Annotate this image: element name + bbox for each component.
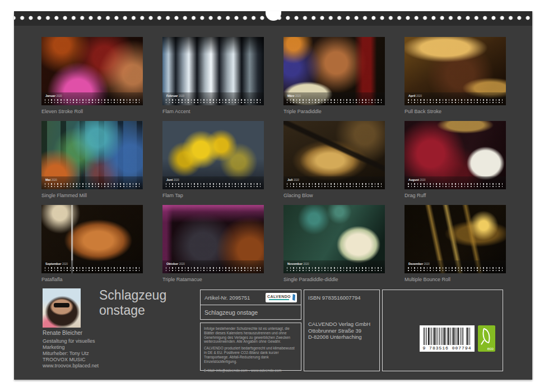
month-photo: Mai 2020 — [41, 121, 143, 189]
mini-calendar-month: März 2020 — [283, 92, 385, 98]
barcode-digits: 9 783516 007794 — [420, 346, 475, 351]
month-caption: Drag Ruff — [404, 193, 506, 198]
hanger-hole — [266, 11, 281, 21]
month-photo: Juni 2020 — [162, 121, 264, 189]
month-caption: Pataflafla — [41, 277, 143, 282]
mini-calendar-month: Januar 2020 — [41, 92, 143, 98]
month-caption: Flam Tap — [162, 193, 264, 198]
calvendo-tagline-bar — [269, 299, 289, 301]
contact-line: E-Mail: info@calvendo.com • www.calvendo… — [204, 368, 297, 373]
article-number: Artikel-Nr. 2095751 — [204, 295, 250, 301]
month-caption: Single Paradiddle-diddle — [283, 277, 385, 282]
calendar-back-cover: Januar 2020 Eleven Stroke Roll Februar 2… — [14, 11, 532, 380]
publisher-address: CALVENDO Verlag GmbHOttobrunner Straße 3… — [308, 321, 375, 340]
month-photo: September 2020 — [41, 205, 143, 273]
month-cell: Mai 2020 Single Flammed Mill — [41, 121, 143, 205]
isbn-text: ISBN 9783516007794 — [308, 295, 375, 301]
mini-calendar-days — [287, 186, 382, 188]
mini-calendar-days — [408, 270, 503, 272]
mini-calendar-days — [408, 99, 503, 101]
month-caption: Eleven Stroke Roll — [41, 109, 143, 114]
mini-calendar-month: Dezember 2020 — [404, 260, 506, 266]
mini-calendar-strip: Februar 2020 — [162, 92, 264, 105]
month-caption: Flam Accent — [162, 109, 264, 114]
mini-calendar-days — [166, 183, 261, 185]
month-photo: Oktober 2020 — [162, 205, 264, 273]
author-detail-line: TROOVOX MUSIC — [43, 357, 106, 363]
publisher-line: Ottobrunner Straße 39 — [308, 328, 375, 334]
month-cell: Februar 2020 Flam Accent — [162, 37, 264, 121]
month-cell: Juni 2020 Flam Tap — [162, 121, 264, 205]
calvendo-logo: CALVENDO — [266, 293, 297, 302]
isbn-box: ISBN 9783516007794 CALVENDO Verlag GmbHO… — [304, 290, 380, 371]
mini-calendar-month: August 2020 — [404, 176, 506, 182]
author-details: Gestaltung für visuelles MarketingMiturh… — [43, 338, 106, 369]
month-photo: März 2020 — [283, 37, 385, 105]
mini-calendar-month: Mai 2020 — [41, 176, 143, 182]
author-name: Renate Bleicher — [43, 330, 82, 336]
month-cell: Dezember 2020 Multiple Bounce Roll — [404, 205, 506, 289]
spiral-binding — [14, 11, 532, 26]
mini-calendar-days — [45, 270, 140, 272]
barcode-box: 9 783516 007794 eco — [382, 290, 503, 371]
mini-calendar-strip: August 2020 — [404, 176, 506, 189]
month-caption: Multiple Bounce Roll — [404, 277, 506, 282]
month-photo: November 2020 — [283, 205, 385, 273]
mini-calendar-month: Juli 2020 — [283, 176, 385, 182]
month-photo: Juli 2020 — [283, 121, 385, 189]
mini-calendar-days — [287, 267, 382, 269]
month-cell: Januar 2020 Eleven Stroke Roll — [41, 37, 143, 121]
mini-calendar-strip: März 2020 — [283, 92, 385, 105]
mini-calendar-days — [408, 267, 503, 269]
mini-calendar-days — [408, 186, 503, 188]
mini-calendar-days — [408, 183, 503, 185]
mini-calendar-days — [287, 99, 382, 101]
calendar-title: Schlagzeug onstage — [99, 288, 183, 318]
mini-calendar-days — [166, 270, 261, 272]
sunglasses-icon — [54, 303, 69, 307]
mini-calendar-days — [166, 186, 261, 188]
ean-barcode: 9 783516 007794 — [420, 325, 475, 352]
legal-box: Infolge bestehender Schutzrechte ist es … — [200, 323, 301, 371]
publisher-line: CALVENDO Verlag GmbH — [308, 321, 375, 328]
mini-calendar-days — [45, 183, 140, 185]
mini-calendar-days — [45, 186, 140, 188]
mini-calendar-days — [408, 102, 503, 104]
mini-calendar-strip: Juli 2020 — [283, 176, 385, 189]
mini-calendar-strip: April 2020 — [404, 92, 506, 105]
month-caption: Triple Ratamacue — [162, 277, 264, 282]
mini-calendar-days — [287, 270, 382, 272]
month-photo: Januar 2020 — [41, 37, 143, 105]
mini-calendar-days — [45, 99, 140, 101]
article-number-row: Artikel-Nr. 2095751 CALVENDO — [201, 290, 301, 305]
month-cell: Oktober 2020 Triple Ratamacue — [162, 205, 264, 289]
calvendo-page-icon — [292, 294, 295, 301]
author-photo — [43, 288, 81, 328]
mini-calendar-month: September 2020 — [41, 260, 143, 266]
author-detail-line: Gestaltung für visuelles Marketing — [43, 338, 106, 351]
mini-calendar-days — [45, 102, 140, 104]
mini-calendar-days — [287, 102, 382, 104]
mini-calendar-strip: Januar 2020 — [41, 92, 143, 105]
month-cell: September 2020 Pataflafla — [41, 205, 143, 289]
mini-calendar-days — [166, 267, 261, 269]
mini-calendar-strip: Oktober 2020 — [162, 260, 264, 273]
mini-calendar-strip: Mai 2020 — [41, 176, 143, 189]
publisher-line: D-82008 Unterhaching — [308, 334, 375, 340]
author-detail-line: www.troovox.bplaced.net — [43, 363, 106, 369]
mini-calendar-days — [287, 183, 382, 185]
mini-calendar-month: November 2020 — [283, 260, 385, 266]
mini-calendar-strip: Juni 2020 — [162, 176, 264, 189]
eco-logo: eco — [478, 325, 495, 352]
product-title: Schlagzeug onstage — [201, 305, 301, 319]
mini-calendar-strip: November 2020 — [283, 260, 385, 273]
barcode-bars — [424, 328, 471, 345]
month-caption: Pull Back Stroke — [404, 109, 506, 114]
month-cell: Juli 2020 Glacing Blow — [283, 121, 385, 205]
author-detail-line: Miturheber: Tony Utz — [43, 351, 106, 357]
mini-calendar-month: Februar 2020 — [162, 92, 264, 98]
calvendo-logo-text: CALVENDO — [267, 295, 291, 301]
page-background: Januar 2020 Eleven Stroke Roll Februar 2… — [0, 0, 544, 392]
legal-paragraph: CALVENDO produziert bedarfsgerecht und k… — [204, 346, 297, 363]
month-caption: Glacing Blow — [283, 193, 385, 198]
